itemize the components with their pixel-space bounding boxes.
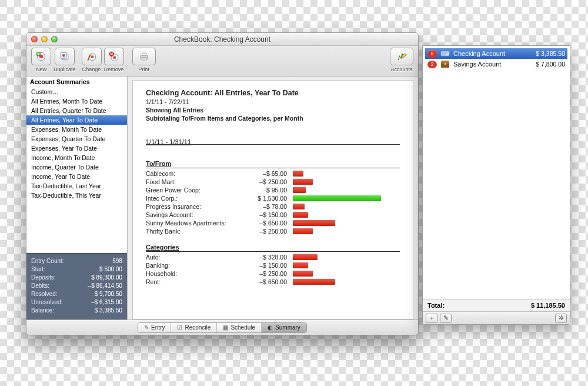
- report-row: Food Mart:–$ 250.00: [146, 178, 400, 186]
- account-name: Checking Account: [453, 50, 532, 57]
- sidebar-item[interactable]: Income, Year To Date: [26, 172, 127, 181]
- sidebar-item[interactable]: Tax-Deductible, Last Year: [26, 181, 127, 191]
- report-row: Savings Account:–$ 150.00: [146, 211, 400, 219]
- reconcile-icon: ☑: [177, 324, 182, 331]
- svg-point-5: [62, 54, 65, 57]
- accounts-button[interactable]: [390, 48, 413, 65]
- row-label: Savings Account:: [146, 211, 246, 218]
- row-label: Thrifty Bank:: [146, 228, 246, 235]
- action-menu-button[interactable]: ✲: [555, 314, 567, 323]
- sidebar-item[interactable]: Expenses, Month To Date: [26, 125, 127, 134]
- account-row[interactable]: 2Savings Account$ 7,800.00: [425, 59, 567, 69]
- report-title: Checking Account: All Entries, Year To D…: [146, 89, 400, 97]
- change-label: Change: [82, 66, 101, 72]
- row-amount: –$ 250.00: [246, 178, 287, 185]
- row-bar: [293, 179, 313, 185]
- row-bar: [293, 262, 308, 268]
- sidebar-item[interactable]: All Entries, Month To Date: [26, 96, 127, 106]
- row-amount: $ 1,530.00: [246, 195, 287, 202]
- report-subtotal: Subtotaling To/From Items and Categories…: [146, 115, 400, 122]
- change-button[interactable]: [82, 48, 102, 65]
- account-balance: $ 7,800.00: [536, 61, 565, 68]
- row-bar: [293, 228, 313, 234]
- sidebar-item[interactable]: All Entries, Quarter To Date: [26, 106, 127, 115]
- sidebar-item[interactable]: Income, Quarter To Date: [26, 162, 127, 172]
- row-bar: [293, 254, 318, 260]
- report-row: Intec Corp.:$ 1,530.00: [146, 194, 400, 202]
- sidebar-item[interactable]: Custom…: [26, 87, 127, 96]
- account-badge: 6: [427, 50, 437, 58]
- categories-header: Categories: [146, 244, 400, 251]
- report-row: Green Power Coop:–$ 95.00: [146, 186, 400, 194]
- tab-summary[interactable]: ◐Summary: [262, 323, 306, 332]
- add-account-button[interactable]: ＋: [426, 314, 437, 323]
- print-label: Print: [138, 66, 149, 72]
- row-label: Banking:: [146, 262, 246, 269]
- new-button[interactable]: [31, 48, 51, 65]
- svg-rect-13: [142, 58, 146, 60]
- sidebar-item[interactable]: Income, Month To Date: [26, 153, 127, 162]
- row-amount: –$ 328.00: [246, 254, 287, 261]
- tofrom-header: To/From: [146, 160, 400, 168]
- duplicate-button[interactable]: [55, 48, 75, 65]
- title-bar[interactable]: CheckBook: Checking Account: [26, 33, 418, 46]
- report-row: Sunny Meadows Apartments:–$ 650.00: [146, 219, 400, 227]
- row-label: Progress Insurance:: [146, 203, 246, 210]
- row-amount: –$ 150.00: [246, 211, 287, 218]
- summary-list[interactable]: Account Summaries Custom…All Entries, Mo…: [26, 76, 127, 253]
- row-bar: [293, 212, 308, 218]
- row-amount: –$ 78.00: [246, 203, 287, 210]
- summary-icon: ◐: [268, 324, 273, 331]
- row-bar: [293, 204, 305, 209]
- period-header: 1/1/11 - 1/31/11: [146, 138, 191, 145]
- svg-point-9: [113, 56, 116, 59]
- report-row: Progress Insurance:–$ 78.00: [146, 202, 400, 211]
- row-bar: [293, 171, 303, 177]
- row-label: Auto:: [146, 254, 246, 261]
- new-label: New: [36, 66, 46, 72]
- chest-icon: [440, 60, 450, 68]
- print-button[interactable]: [132, 48, 156, 65]
- accounts-list[interactable]: 6Checking Account$ 3,385.502Savings Acco…: [423, 46, 570, 299]
- tab-entry[interactable]: ✎Entry: [138, 323, 171, 332]
- report-row: Cablecom:–$ 65.00: [146, 169, 400, 178]
- sidebar-item[interactable]: Tax-Deductible, This Year: [26, 191, 127, 200]
- tab-reconcile[interactable]: ☑Reconcile: [171, 323, 217, 332]
- report-row: Auto:–$ 328.00: [146, 253, 400, 261]
- row-amount: –$ 150.00: [246, 262, 287, 269]
- sidebar-item[interactable]: All Entries, Year To Date: [26, 115, 127, 125]
- main-window: CheckBook: Checking Account New Duplicat…: [26, 32, 419, 335]
- row-amount: –$ 250.00: [246, 228, 287, 235]
- duplicate-label: Duplicate: [54, 66, 76, 72]
- account-row[interactable]: 6Checking Account$ 3,385.50: [425, 48, 567, 59]
- remove-label: Remove: [104, 66, 124, 72]
- row-amount: –$ 650.00: [246, 219, 287, 227]
- window-title: CheckBook: Checking Account: [26, 35, 418, 44]
- report-pane[interactable]: Checking Account: All Entries, Year To D…: [132, 80, 413, 320]
- row-label: Cablecom:: [146, 170, 246, 177]
- accounts-panel: 6Checking Account$ 3,385.502Savings Acco…: [422, 45, 570, 325]
- sidebar-item[interactable]: Expenses, Year To Date: [26, 144, 127, 153]
- row-label: Intec Corp.:: [146, 195, 246, 202]
- sidebar: Account Summaries Custom…All Entries, Mo…: [26, 76, 128, 320]
- accounts-label: Accounts: [390, 66, 412, 72]
- toolbar: New Duplicate Change Remove: [26, 46, 418, 76]
- checkbook-icon: [440, 49, 450, 58]
- account-name: Savings Account: [453, 61, 532, 68]
- svg-rect-14: [441, 51, 449, 56]
- total-label: Total:: [427, 302, 445, 309]
- remove-button[interactable]: [104, 48, 124, 65]
- row-label: Food Mart:: [146, 178, 246, 185]
- row-bar: [293, 187, 306, 193]
- tab-schedule[interactable]: ▦Schedule: [217, 323, 262, 332]
- row-amount: –$ 250.00: [246, 270, 287, 277]
- sidebar-item[interactable]: Expenses, Quarter To Date: [26, 134, 127, 144]
- edit-account-button[interactable]: ✎: [440, 314, 452, 323]
- row-bar: [293, 279, 335, 285]
- report-row: Rent:–$ 650.00: [146, 278, 400, 286]
- accounts-footer: ＋ ✎ ✲: [423, 311, 570, 324]
- total-value: $ 11,185.50: [531, 302, 565, 309]
- bottom-bar: ✎Entry ☑Reconcile ▦Schedule ◐Summary: [26, 320, 418, 335]
- svg-rect-12: [142, 53, 146, 55]
- sidebar-header: Account Summaries: [26, 76, 127, 87]
